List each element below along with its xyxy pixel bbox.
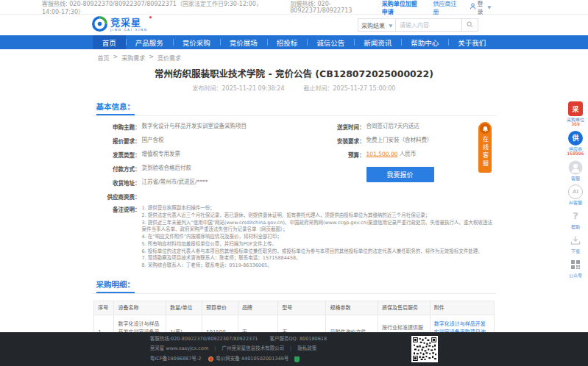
remark-item: 6. 投标单位的法定代表人参与本项目的其他投标单位兼任职务的，或投标单位为参与本… bbox=[142, 248, 497, 256]
basic-info-left-column: 申购主题： 数字化设计与样品开发实训室设备采购项目 报价要求： 国产含税 发票类… bbox=[96, 123, 321, 193]
join-hotline: 加盟热线: 020-80922371/80922713 bbox=[290, 0, 381, 15]
buyer-icon: 采 bbox=[568, 101, 583, 116]
nav-item-bidding-purchase[interactable]: 竞价采购 bbox=[173, 35, 220, 49]
info-row-install-requirement: 安装要求： 免费上门安装（含材料费） bbox=[321, 137, 486, 145]
topbar-actions: 采购单位加盟申请 供应商注册 登录 ▼ bbox=[382, 0, 491, 15]
info-row-delivery-time: 送货时间： 合同签订后7天内送达 bbox=[321, 123, 486, 131]
site-logo[interactable]: 竞采星 JING CAI XING bbox=[92, 16, 148, 35]
sidebar-item-help[interactable]: ? 帮助 bbox=[564, 209, 587, 229]
floating-sidebar: 采 采购单位 369 供 供应商 168996 客服 AI AI客服 ? 帮助 … bbox=[564, 101, 587, 282]
nav-item-news[interactable]: 新闻资讯 bbox=[354, 35, 401, 49]
footer-beian-line: 粤ICP备19096887号-2 粤公网安备 44010502001349号 bbox=[150, 354, 327, 365]
breadcrumb-bidding-demand[interactable]: 竞价需求 bbox=[157, 54, 181, 62]
budget-value: 101,500.00 bbox=[366, 151, 398, 157]
footer-company: 广州竞采星信息技术有限公司 bbox=[222, 344, 284, 354]
police-badge-icon bbox=[208, 356, 213, 362]
logo-subtitle: JING CAI XING bbox=[110, 29, 148, 32]
service-hotline: 客服热线: 020-80922370/80922307/80922371（国家法… bbox=[42, 0, 275, 15]
notice-meta: 发布时间：2025-11-21 09:38:24 截止时间：2025-11-27… bbox=[92, 84, 497, 92]
sidebar-item-download[interactable]: 下载 bbox=[564, 233, 587, 254]
col-warranty: 质保及售后服务 bbox=[378, 301, 431, 315]
publish-time: 发布时间：2025-11-21 09:38:24 bbox=[193, 84, 285, 92]
sidebar-item-customer-service[interactable]: 客服 bbox=[564, 160, 587, 181]
footer-privacy-link[interactable]: 隐私政策 bbox=[297, 344, 316, 354]
col-spec: 规格参数 bbox=[326, 301, 378, 315]
footer-qq: 客户服务QQ: 800180618 bbox=[269, 334, 327, 345]
question-mark-icon: ? bbox=[568, 209, 583, 223]
sidebar-item-ai-service[interactable]: AI AI客服 bbox=[564, 184, 587, 205]
breadcrumb-separator: > bbox=[149, 54, 154, 62]
supplier-qualification-row: 供应商资质： bbox=[92, 193, 497, 201]
bid-button[interactable]: 我要报价 bbox=[366, 167, 434, 182]
sidebar-item-suppliers[interactable]: 供 供应商 168996 bbox=[564, 131, 587, 157]
section-title: 采购明细： bbox=[96, 279, 135, 293]
footer-company-line: 竞采星 www.easyjcx.com | 广州竞采星信息技术有限公司 | 隐私… bbox=[150, 344, 327, 354]
search-button[interactable] bbox=[462, 18, 478, 32]
table-header-row: 序号 设备名称 数量/单位 预算单价 品牌 型号 规格参数 质保及售后服务 附件 bbox=[94, 301, 495, 315]
basic-info-right-column: 送货时间： 合同签订后7天内送达 安装要求： 免费上门安装（含材料费） 预算： … bbox=[321, 123, 486, 193]
breadcrumb: 首页 > 采购需求 > 竞价需求 bbox=[92, 49, 497, 63]
basic-info-grid: 申购主题： 数字化设计与样品开发实训室设备采购项目 报价要求： 国产含税 发票类… bbox=[92, 123, 497, 193]
logo-title: 竞采星 bbox=[110, 18, 148, 27]
info-row-payment: 付款方式： 货到验收合格后付款 bbox=[96, 165, 321, 173]
shield-badge-icon bbox=[294, 356, 300, 362]
supplier-register-link[interactable]: 供应商注册 bbox=[433, 0, 459, 15]
remark-item: 8. 采购综合联系人：丁老师；联系电话：0519-86336065。 bbox=[142, 262, 497, 270]
search-icon bbox=[467, 21, 473, 29]
remark-item: 7. 现场勘察及项目技术咨询联系人：陈老师；联系电话：15715884458。 bbox=[142, 255, 497, 262]
breadcrumb-purchase-demand[interactable]: 采购需求 bbox=[121, 54, 145, 62]
remark-item: 4. 在“响应文件附件”内按顺序响应情况及报价，将材料全部打印； bbox=[142, 234, 497, 241]
deadline-time: 截止时间：2025-11-27 15:00:00 bbox=[304, 84, 396, 92]
remark-item: 1. 提供营业执照副本扫描件一份； bbox=[142, 205, 497, 212]
breadcrumb-home[interactable]: 首页 bbox=[98, 54, 110, 62]
remark-item: 5. 所有响应材料均加盖投标单位公章，并扫描为PDF文件上传。 bbox=[142, 241, 497, 248]
col-brand: 品牌 bbox=[238, 301, 277, 315]
login-link[interactable]: 登录 ▼ bbox=[470, 0, 491, 15]
page-title: 常州纺织服装职业技术学院 - 竞价公告 (CB128072025000022) bbox=[92, 66, 497, 80]
col-device-name: 设备名称 bbox=[114, 301, 166, 315]
topbar: 客服热线: 020-80922370/80922307/80922371（国家法… bbox=[0, 0, 588, 15]
search-input[interactable] bbox=[396, 18, 462, 32]
info-row-invoice-type: 发票类型： 增值税专用发票 bbox=[96, 151, 321, 159]
buyer-join-link[interactable]: 采购单位加盟申请 bbox=[382, 0, 423, 15]
nav-item-help[interactable]: 帮助中心 bbox=[401, 35, 448, 49]
remarks-list: 1. 提供营业执照副本扫描件一份； 2. 提供法定代表人近三个月社保记录，若已退… bbox=[141, 205, 497, 270]
col-model: 型号 bbox=[278, 301, 326, 315]
nav-item-products[interactable]: 产品服务 bbox=[126, 35, 173, 49]
nav-item-home[interactable]: 首页 bbox=[93, 35, 126, 49]
chevron-down-icon: ▼ bbox=[487, 4, 491, 10]
col-budget-unit-price: 预算单价 bbox=[202, 301, 238, 315]
footer-icp: 粤ICP备19096887号-2 bbox=[150, 354, 201, 365]
logo-text: 竞采星 JING CAI XING bbox=[110, 18, 148, 32]
sidebar-item-buyers[interactable]: 采 采购单位 369 bbox=[564, 101, 587, 127]
remark-item: 2. 提供法定代表人近三个月社保记录，若已退休，则提供退休证明。如有委托代理人，… bbox=[142, 212, 497, 220]
bell-icon bbox=[480, 123, 490, 134]
customer-service-avatar-icon bbox=[568, 160, 583, 175]
online-service-tab[interactable]: 在线客服 bbox=[478, 122, 492, 173]
buyer-count: 369 bbox=[564, 122, 587, 127]
site-header: 竞采星 JING CAI XING 采购结果 ▼ bbox=[0, 15, 588, 35]
nav-item-bidding-hall[interactable]: 竞价展场 bbox=[220, 35, 267, 49]
footer-qr-code bbox=[411, 336, 438, 362]
col-attachment: 附件 bbox=[430, 301, 494, 315]
col-index: 序号 bbox=[94, 301, 114, 315]
breadcrumb-separator: > bbox=[113, 54, 118, 62]
ai-service-icon: AI bbox=[568, 184, 583, 199]
info-row-quote-requirement: 报价要求： 国产含税 bbox=[96, 137, 321, 145]
footer-hotline-line: 客服热线:020-80922370/80922307/80922371 客户服务… bbox=[150, 334, 327, 345]
online-service-label: 在线客服 bbox=[481, 136, 489, 168]
sidebar-item-wechat-official[interactable]: 公众号 bbox=[564, 257, 587, 278]
section-title: 基本信息： bbox=[96, 101, 135, 115]
budget-unit: 人民币 bbox=[400, 151, 417, 157]
search-category-select[interactable]: 采购结果 ▼ bbox=[358, 18, 396, 32]
main-nav: 首页 产品服务 竞价采购 竞价展场 招投标 诚信公告 新闻资讯 帮助中心 关于我… bbox=[0, 35, 588, 49]
footer-hotline: 客服热线:020-80922370/80922307/80922371 bbox=[150, 334, 258, 345]
nav-item-about[interactable]: 关于我们 bbox=[448, 35, 495, 49]
download-icon bbox=[568, 233, 583, 248]
search-bar: 采购结果 ▼ bbox=[358, 18, 478, 32]
logo-swirl-icon bbox=[92, 16, 107, 35]
nav-item-integrity-notice[interactable]: 诚信公告 bbox=[307, 35, 354, 49]
topbar-hotlines: 客服热线: 020-80922370/80922307/80922371（国家法… bbox=[42, 0, 382, 15]
nav-item-tenders[interactable]: 招投标 bbox=[267, 35, 308, 49]
footer: 客服热线:020-80922370/80922307/80922371 客户服务… bbox=[0, 332, 588, 366]
